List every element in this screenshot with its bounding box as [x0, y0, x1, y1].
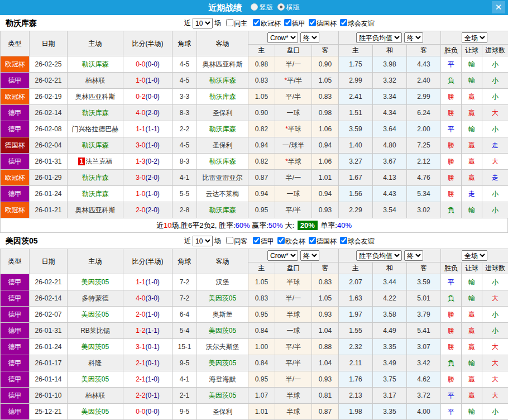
wdl-draw-odds: 3.58	[373, 307, 407, 323]
league-filter-label: 欧冠杯	[261, 20, 281, 27]
home-team: 美因茨05	[68, 274, 123, 290]
wdl-home-odds: 1.98	[339, 404, 373, 420]
same-venue-filter[interactable]: 同客	[223, 237, 247, 245]
away-team: 美因茨05	[197, 388, 248, 404]
away-team: 云达不莱梅	[197, 186, 248, 202]
col-result-goals: 进球数	[482, 262, 508, 274]
league-filter[interactable]: 球会友谊	[337, 19, 375, 27]
corner-score: 8-3	[172, 154, 197, 170]
match-score: 1-3(0-2)	[123, 154, 172, 170]
result-handicap: 贏	[462, 388, 482, 404]
result-handicap: 贏	[462, 323, 482, 339]
matches-table-leverkusen: 类型 日期 主场 比分(半场) 角球 客场 Crow*终 胜平负均值终 全场 主…	[0, 31, 508, 218]
match-date: 26-01-29	[30, 170, 68, 186]
league-badge: 欧冠杯	[1, 56, 30, 73]
period-select[interactable]: 全场	[462, 32, 487, 43]
games-label: 场	[214, 19, 221, 27]
period-select[interactable]: 全场	[462, 250, 487, 261]
wdl-mode-select[interactable]: 胜平负均值	[356, 32, 402, 43]
corner-score: 6-4	[172, 307, 197, 323]
wdl-away-odds: 2.99	[407, 89, 441, 105]
away-team: 美因茨05	[197, 290, 248, 307]
same-venue-filter[interactable]: 同主	[223, 19, 247, 27]
match-row: 欧冠杯26-02-25勒沃库森0-0(0-0)4-5奥林匹亚科斯0.98半/一0…	[1, 56, 508, 73]
league-filter-checkbox[interactable]	[253, 237, 260, 244]
match-count-select[interactable]: 10	[193, 236, 213, 246]
close-icon[interactable]: ✕	[492, 1, 505, 13]
home-team: 勒沃库森	[68, 170, 123, 186]
league-badge: 德甲	[1, 388, 30, 404]
result-group: 全场	[441, 249, 508, 262]
wdl-stage-select[interactable]: 终	[404, 32, 423, 43]
away-team: 奥斯堡	[197, 307, 248, 323]
match-count-select[interactable]: 10	[193, 18, 213, 28]
league-filter[interactable]: 德国杯	[305, 19, 337, 27]
league-filter[interactable]: 欧会杯	[274, 237, 305, 245]
match-row: 德甲26-02-08门兴格拉德巴赫1-1(1-1)2-2勒沃库森0.82*半球1…	[1, 121, 508, 137]
col-corner: 角球	[172, 31, 197, 56]
league-badge: 德甲	[1, 371, 30, 388]
away-team: 勒沃库森	[197, 154, 248, 170]
corner-score: 8-3	[172, 105, 197, 121]
result-goals: 小	[482, 202, 508, 218]
result-handicap: 輸	[462, 290, 482, 307]
league-filter-checkbox[interactable]	[284, 19, 291, 26]
wdl-draw-odds: 4.43	[373, 186, 407, 202]
same-venue-checkbox[interactable]	[226, 237, 233, 244]
odds-home: 0.94	[248, 186, 275, 202]
col-handicap: 盘口	[275, 45, 312, 56]
league-filter[interactable]: 欧冠杯	[250, 19, 281, 27]
handicap: 半/一	[275, 371, 312, 388]
away-team: 比雷亚雷亚尔	[197, 170, 248, 186]
wdl-draw-odds: 3.17	[373, 388, 407, 404]
wdl-mode-select[interactable]: 胜平负均值	[356, 250, 402, 261]
match-row: 德甲26-01-24美因茨053-1(0-1)15-1沃尔夫斯堡1.00平/半0…	[1, 339, 508, 355]
result-handicap: 贏	[462, 307, 482, 323]
result-goals: 大	[482, 355, 508, 371]
league-filter[interactable]: 德国杯	[305, 237, 337, 245]
league-filter-checkbox[interactable]	[309, 19, 316, 26]
wdl-away-odds: 3.42	[407, 355, 441, 371]
league-filter[interactable]: 德甲	[281, 19, 305, 27]
league-filter-checkbox[interactable]	[309, 237, 316, 244]
same-venue-checkbox[interactable]	[226, 19, 233, 26]
league-filter-checkbox[interactable]	[340, 237, 347, 244]
match-date: 26-02-04	[30, 137, 68, 154]
result-wdl: 勝	[441, 154, 462, 170]
wdl-draw-odds: 4.22	[373, 290, 407, 307]
col-wdl-away: 客	[407, 262, 441, 274]
odds-stage-select[interactable]: 终	[300, 250, 319, 261]
odds-home: 1.05	[248, 274, 275, 290]
wdl-away-odds: 2.00	[407, 121, 441, 137]
league-filter-checkbox[interactable]	[277, 237, 285, 244]
wdl-draw-odds: 3.34	[373, 89, 407, 105]
layout-radio[interactable]	[277, 3, 285, 11]
odds-stage-select[interactable]: 终	[300, 32, 319, 43]
odds-away: 1.04	[312, 355, 339, 371]
wdl-away-odds: 3.02	[407, 202, 441, 218]
handicap: 平/半	[275, 355, 312, 371]
match-score: 3-0(2-0)	[123, 170, 172, 186]
away-team: 美因茨05	[197, 355, 248, 371]
layout-radio[interactable]	[251, 3, 258, 11]
away-team: 圣保利	[197, 105, 248, 121]
result-handicap: 贏	[462, 371, 482, 388]
corner-score: 4-1	[172, 371, 197, 388]
league-filter-checkbox[interactable]	[340, 19, 347, 26]
corner-score: 5-5	[172, 186, 197, 202]
match-row: 德甲26-02-07美因茨052-0(1-0)6-4奥斯堡0.95半球0.931…	[1, 307, 508, 323]
odds-company-select[interactable]: Crow*	[267, 32, 298, 43]
league-filter[interactable]: 球会友谊	[337, 237, 375, 245]
league-badge: 欧冠杯	[1, 89, 30, 105]
result-goals: 小	[482, 307, 508, 323]
handicap: 一球	[275, 323, 312, 339]
wdl-draw-odds: 3.54	[373, 202, 407, 218]
home-team: 1法兰克福	[68, 154, 123, 170]
home-team: 奥林匹亚科斯	[68, 89, 123, 105]
result-handicap: 輸	[462, 202, 482, 218]
league-filter[interactable]: 德甲	[250, 237, 274, 245]
wdl-stage-select[interactable]: 终	[404, 250, 423, 261]
league-filter-checkbox[interactable]	[253, 19, 260, 26]
odds-company-select[interactable]: Crow*	[267, 250, 298, 261]
matches-table-mainz: 类型 日期 主场 比分(半场) 角球 客场 Crow*终 胜平负均值终 全场 主…	[0, 249, 508, 420]
